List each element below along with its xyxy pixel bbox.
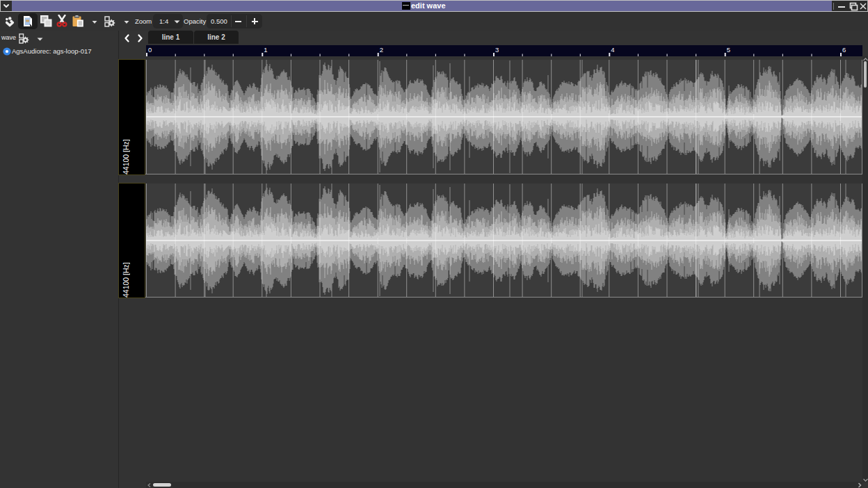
svg-text:3: 3 xyxy=(495,46,499,54)
svg-text:0: 0 xyxy=(148,46,152,54)
svg-text:5: 5 xyxy=(727,46,730,54)
svg-text:4: 4 xyxy=(611,46,614,54)
svg-text:2: 2 xyxy=(380,46,383,54)
svg-text:1: 1 xyxy=(264,46,267,54)
svg-text:6: 6 xyxy=(842,46,846,54)
